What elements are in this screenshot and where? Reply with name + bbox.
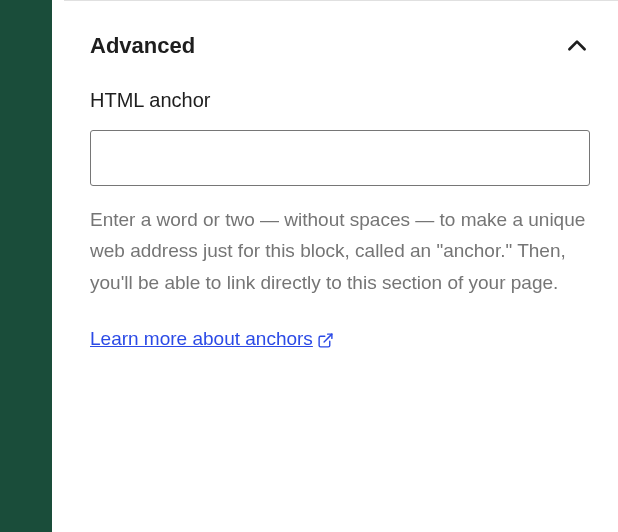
html-anchor-help: Enter a word or two — without spaces — t… [90,204,590,298]
panel-title: Advanced [90,33,195,59]
html-anchor-label: HTML anchor [90,89,590,112]
html-anchor-input[interactable] [90,130,590,186]
svg-line-0 [324,334,332,342]
link-text: Learn more about anchors [90,328,313,350]
external-link-icon [317,332,334,349]
sidebar-accent [0,0,52,532]
panel-header-advanced[interactable]: Advanced [90,33,590,59]
settings-panel: Advanced HTML anchor Enter a word or two… [52,0,618,532]
chevron-up-icon[interactable] [564,33,590,59]
learn-more-anchors-link[interactable]: Learn more about anchors [90,328,334,350]
